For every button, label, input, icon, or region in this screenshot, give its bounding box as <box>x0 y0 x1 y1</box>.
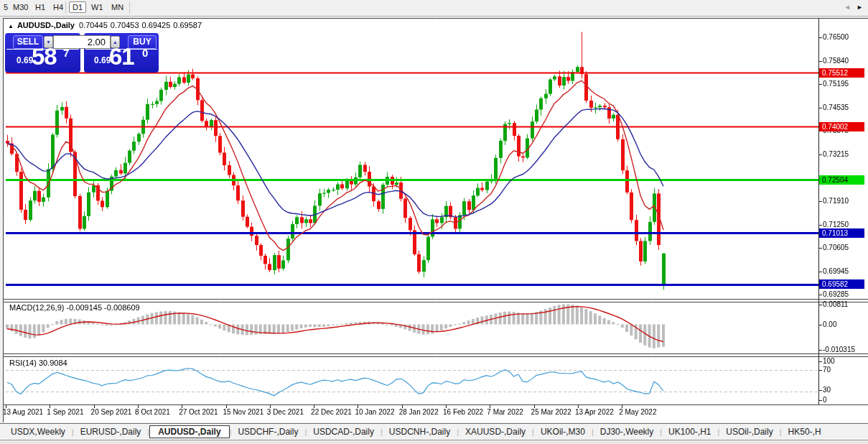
date-tick-label: 2 May 2022 <box>619 408 656 416</box>
tab-usoil-daily[interactable]: USOil-,Daily <box>719 425 779 438</box>
date-tick-label: 16 Feb 2022 <box>443 408 483 416</box>
date-tick-label: 13 Aug 2021 <box>3 408 43 416</box>
buy-price-small: 0.69 <box>94 55 111 65</box>
symbol-label: AUDUSD-,Daily <box>17 21 75 29</box>
macd-tick-label: -0.010315 <box>823 346 855 353</box>
one-click-trade-panel: 0.69 58 7 0.69 61 0 SELL ▼ 2.00 ▲ BUY <box>5 33 159 73</box>
timeframe-button-5[interactable]: 5 <box>1 2 11 12</box>
date-tick-label: 27 Oct 2021 <box>179 408 218 416</box>
date-tick-label: 25 Mar 2022 <box>531 408 571 416</box>
timeframe-button-h4[interactable]: H4 <box>50 2 66 12</box>
tab-usdcad-daily[interactable]: USDCAD-,Daily <box>307 425 381 438</box>
trading-app-window: 5M30H1H4D1W1MN ▲AUDUSD-,Daily0.704450.70… <box>0 0 868 444</box>
timeframe-button-m30[interactable]: M30 <box>10 2 31 12</box>
tab-scroll-right-icon[interactable]: ► <box>854 4 865 11</box>
price-tick-label: 0.70605 <box>823 244 849 251</box>
timeframe-button-h1[interactable]: H1 <box>32 2 48 12</box>
price-level-badge: 0.72504 <box>819 175 864 185</box>
rsi-label: RSI(14) 30.9084 <box>9 359 67 367</box>
tab-usdcnh-daily[interactable]: USDCNH-,Daily <box>383 425 457 438</box>
price-level-badge: 0.71013 <box>819 228 864 238</box>
chart-title: ▲AUDUSD-,Daily0.704450.704530.694250.695… <box>8 21 205 29</box>
tab-audusd-daily[interactable]: AUDUSD-,Daily <box>149 425 229 438</box>
tab-eurusd-daily[interactable]: EURUSD-,Daily <box>74 425 148 438</box>
timeframe-button-mn[interactable]: MN <box>108 2 126 12</box>
price-level-badge: 0.74002 <box>819 122 864 131</box>
rsi-tick-label: 0 <box>823 396 827 404</box>
rsi-tick-label: 70 <box>823 366 831 374</box>
price-level-badge: 0.69582 <box>819 279 864 289</box>
date-tick-label: 15 Nov 2021 <box>223 408 264 416</box>
timeframe-button-w1[interactable]: W1 <box>88 2 106 12</box>
macd-label: MACD(12,26,9) -0.009145 -0.008609 <box>9 303 140 312</box>
sell-button[interactable]: SELL <box>13 35 43 49</box>
price-tick-label: 0.73215 <box>823 150 849 158</box>
tab-hk50-h[interactable]: HK50-,H <box>782 425 828 438</box>
price-tick-label: 0.69945 <box>823 267 849 275</box>
toolbar-separator <box>129 1 130 14</box>
tab-usdchf-daily[interactable]: USDCHF-,Daily <box>231 425 304 438</box>
date-tick-label: 28 Jan 2022 <box>399 408 439 416</box>
tab-uk100-h1[interactable]: UK100-,H1 <box>662 425 717 438</box>
volume-decrease-button[interactable]: ▼ <box>44 36 53 48</box>
price-tick-label: 0.71250 <box>823 221 849 228</box>
date-tick-label: 8 Oct 2021 <box>135 408 170 416</box>
timeframe-toolbar: 5M30H1H4D1W1MN <box>0 0 868 17</box>
collapse-triangle-icon[interactable]: ▲ <box>8 23 14 29</box>
ohlc-low: 0.69425 <box>142 21 171 29</box>
rsi-tick-label: 100 <box>823 357 835 365</box>
macd-tick-label: 0.00 <box>823 320 836 328</box>
price-tick-label: 0.74535 <box>823 103 849 111</box>
date-tick-label: 22 Dec 2021 <box>311 408 352 416</box>
ohlc-close: 0.69587 <box>173 21 202 29</box>
price-tick-label: 0.71910 <box>823 197 849 205</box>
chart-tab-bar: USDX,Weekly|EURUSD-,Daily|AUDUSD-,Daily|… <box>0 423 868 440</box>
price-tick-label: 0.75840 <box>823 57 849 65</box>
date-tick-label: 3 Dec 2021 <box>267 408 304 416</box>
timeframe-button-d1[interactable]: D1 <box>69 1 86 13</box>
rsi-tick-label: 30 <box>823 386 831 394</box>
tab-scroll-left-icon[interactable]: ◄ <box>842 4 853 11</box>
price-tick-label: 0.69285 <box>823 290 849 298</box>
price-tick-label: 0.76500 <box>823 33 849 41</box>
date-tick-label: 1 Sep 2021 <box>47 408 83 416</box>
ohlc-high: 0.70453 <box>111 21 139 29</box>
date-tick-label: 20 Sep 2021 <box>91 408 132 416</box>
date-tick-label: 7 Mar 2022 <box>487 408 523 416</box>
volume-increase-button[interactable]: ▲ <box>111 36 120 48</box>
volume-input[interactable]: 2.00 <box>53 35 111 49</box>
price-tick-label: 0.75195 <box>823 80 849 88</box>
macd-tick-label: 0.00811 <box>823 300 848 308</box>
sell-price-small: 0.69 <box>17 55 33 65</box>
tab-usdx-weekly[interactable]: USDX,Weekly <box>4 425 72 438</box>
price-level-badge: 0.75512 <box>819 68 864 78</box>
tab-scroll-arrows: ◄ ► <box>842 4 865 11</box>
date-tick-label: 10 Jan 2022 <box>355 408 394 416</box>
toolbar-separator <box>65 1 66 14</box>
ohlc-open: 0.70445 <box>79 21 108 29</box>
tab-dj30-weekly[interactable]: DJ30-,Weekly <box>594 425 660 438</box>
date-tick-label: 13 Apr 2022 <box>575 408 614 416</box>
tab-xauusd-daily[interactable]: XAUUSD-,Daily <box>459 425 532 438</box>
buy-button[interactable]: BUY <box>128 35 157 49</box>
window-bottom-edge <box>0 440 868 444</box>
tab-ukoil-m30[interactable]: UKOil-,M30 <box>534 425 592 438</box>
